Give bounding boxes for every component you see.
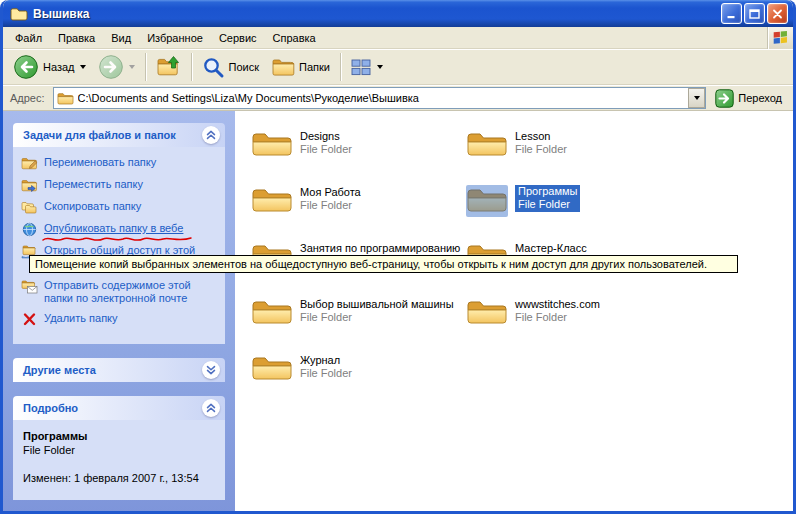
minimize-button[interactable] [721,3,742,24]
file-item-lesson[interactable]: LessonFile Folder [466,129,681,185]
task-label: Переместить папку [44,178,143,193]
forward-dropdown-icon[interactable] [129,65,135,69]
toolbar: Назад Поиск [3,49,793,85]
expand-chevron-icon[interactable] [202,361,220,379]
chevron-down-icon [694,96,700,100]
file-name: Моя Работа [300,186,361,199]
sidebar: Задачи для файлов и папок Переименовать … [3,111,235,514]
window-folder-icon [10,6,28,22]
forward-button[interactable] [92,51,141,83]
go-button[interactable]: Переход [711,86,789,110]
file-type: File Folder [518,198,577,211]
copy-folder-icon [21,200,38,215]
title-bar[interactable]: Вышивка [3,0,793,27]
toolbar-separator [191,53,192,81]
file-name: Мастер-Класс [515,242,587,255]
window-title: Вышивка [33,7,721,21]
windows-logo [767,27,793,49]
folders-button[interactable]: Папки [265,51,336,83]
folders-label: Папки [299,61,330,73]
go-label: Переход [738,92,782,104]
details-item-name: Программы [23,430,217,442]
file-item-designs[interactable]: DesignsFile Folder [251,129,466,185]
other-places-title: Другие места [23,364,96,376]
rename-folder-icon [21,156,38,171]
windows-flag-icon [772,29,789,46]
file-name: Выбор вышивальной машины [300,298,454,311]
file-name: Lesson [515,130,567,143]
other-places-panel: Другие места [13,358,225,382]
menu-tools[interactable]: Сервис [211,29,265,47]
details-item-type: File Folder [23,444,217,456]
tasks-panel: Задачи для файлов и папок Переименовать … [13,123,225,344]
details-title: Подробно [23,402,78,414]
search-label: Поиск [229,61,259,73]
task-rename-folder[interactable]: Переименовать папку [21,156,221,171]
file-item-wwwstitches[interactable]: wwwstitches.comFile Folder [466,297,681,353]
views-dropdown-icon[interactable] [377,65,383,69]
file-name: Программы [518,185,577,198]
address-input[interactable]: C:\Documents and Settings\Liza\My Docume… [53,87,707,109]
go-icon [715,89,734,108]
views-icon [351,58,372,77]
menu-favorites[interactable]: Избранное [139,29,211,47]
tasks-panel-body: Переименовать папку Переместить папку Ск… [13,147,225,344]
file-name: Designs [300,130,352,143]
folder-icon [251,353,293,385]
search-icon [202,56,225,79]
file-name: wwwstitches.com [515,298,600,311]
close-button[interactable] [767,3,788,24]
close-icon [772,9,783,19]
task-delete-folder[interactable]: Удалить папку [21,312,221,327]
menu-help[interactable]: Справка [265,29,324,47]
file-item-programmy-selected[interactable]: ПрограммыFile Folder [466,185,681,241]
task-email-folder[interactable]: Отправить содержимое этой папки по элект… [21,279,221,305]
task-publish-folder[interactable]: Опубликовать папку в вебе [21,222,221,237]
up-folder-icon [156,55,181,79]
back-dropdown-icon[interactable] [80,65,86,69]
file-type: File Folder [515,143,567,156]
move-folder-icon [21,178,38,193]
toolbar-separator [145,53,146,81]
collapse-chevron-icon[interactable] [202,126,220,144]
address-dropdown-button[interactable] [688,88,705,108]
search-button[interactable]: Поиск [196,51,265,83]
file-list: DesignsFile Folder LessonFile Folder Моя… [235,111,793,514]
other-places-header[interactable]: Другие места [13,358,225,382]
menu-view[interactable]: Вид [103,29,139,47]
tasks-panel-header[interactable]: Задачи для файлов и папок [13,123,225,147]
back-icon [13,54,39,80]
folder-icon [251,129,293,161]
file-name: Занятия по программированию [300,242,460,255]
publish-folder-icon [21,222,38,237]
details-header[interactable]: Подробно [13,396,225,420]
forward-icon [98,54,124,80]
task-copy-folder[interactable]: Скопировать папку [21,200,221,215]
up-button[interactable] [150,51,187,83]
folder-icon [466,129,508,161]
task-move-folder[interactable]: Переместить папку [21,178,221,193]
task-label: Отправить содержимое этой папки по элект… [44,279,214,305]
address-path-text: C:\Documents and Settings\Liza\My Docume… [78,92,689,104]
file-type: File Folder [515,311,600,324]
window-body: Задачи для файлов и папок Переименовать … [3,111,793,514]
email-folder-icon [21,279,38,294]
collapse-chevron-icon[interactable] [202,399,220,417]
tasks-panel-title: Задачи для файлов и папок [23,129,176,141]
menu-edit[interactable]: Правка [50,29,103,47]
file-item-moya-rabota[interactable]: Моя РаботаFile Folder [251,185,466,241]
file-item-zhurnal[interactable]: ЖурналFile Folder [251,353,466,409]
task-label: Скопировать папку [44,200,141,215]
red-underline-annotation [41,234,193,244]
file-item-vybor-mashiny[interactable]: Выбор вышивальной машиныFile Folder [251,297,466,353]
maximize-button[interactable] [744,3,765,24]
file-type: File Folder [300,311,454,324]
menu-bar: Файл Правка Вид Избранное Сервис Справка [3,27,793,49]
views-button[interactable] [345,51,389,83]
file-type: File Folder [300,143,352,156]
publish-task-tooltip: Помещение копий выбранных элементов на о… [29,255,738,273]
menu-file[interactable]: Файл [7,29,50,47]
file-type: File Folder [300,367,352,380]
back-button[interactable]: Назад [7,51,92,83]
details-panel: Подробно Программы File Folder Изменен: … [13,396,225,500]
